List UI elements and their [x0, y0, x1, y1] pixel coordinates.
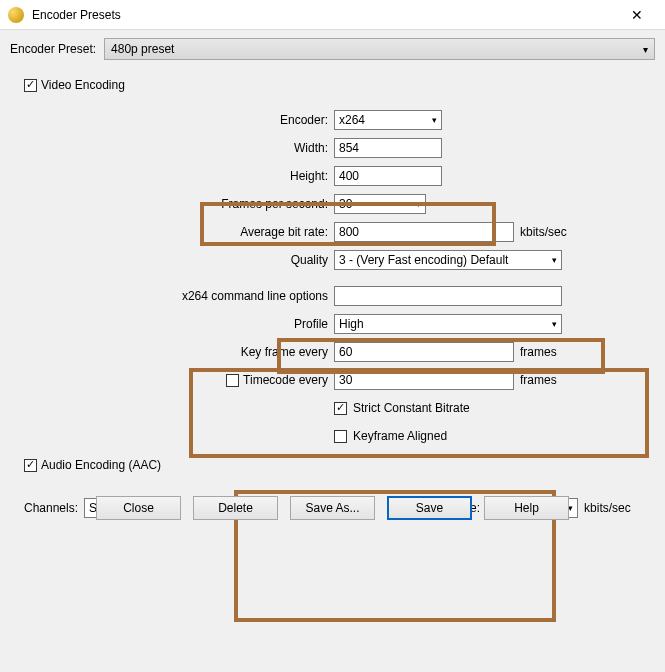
cmdline-input[interactable] — [334, 286, 562, 306]
chevron-down-icon: ▾ — [552, 255, 557, 265]
strict-bitrate-label: Strict Constant Bitrate — [353, 401, 470, 415]
button-bar: Close Delete Save As... Save Help — [0, 496, 665, 520]
width-input[interactable] — [334, 138, 442, 158]
video-encoding-checkbox[interactable] — [24, 79, 37, 92]
timecode-label-wrap: Timecode every — [24, 373, 334, 387]
titlebar: Encoder Presets ✕ — [0, 0, 665, 30]
cmdline-label: x264 command line options — [24, 289, 334, 303]
avg-bitrate-unit: kbits/sec — [520, 225, 567, 239]
keyframe-aligned-label: Keyframe Aligned — [353, 429, 447, 443]
close-icon[interactable]: ✕ — [617, 7, 657, 23]
content: Video Encoding Encoder: x264 ▾ Width: He… — [0, 68, 665, 532]
preset-row: Encoder Preset: 480p preset ▾ — [0, 30, 665, 68]
close-button[interactable]: Close — [96, 496, 181, 520]
height-label: Height: — [24, 169, 334, 183]
video-form: Encoder: x264 ▾ Width: Height: Frames pe… — [24, 106, 641, 522]
keyframe-input[interactable] — [334, 342, 514, 362]
preset-value: 480p preset — [111, 42, 174, 56]
chevron-down-icon: ▾ — [416, 199, 421, 209]
preset-select[interactable]: 480p preset ▾ — [104, 38, 655, 60]
timecode-label: Timecode every — [243, 373, 328, 387]
chevron-down-icon: ▾ — [643, 44, 648, 55]
preset-label: Encoder Preset: — [10, 42, 96, 56]
chevron-down-icon: ▾ — [552, 319, 557, 329]
chevron-down-icon: ▾ — [432, 115, 437, 125]
profile-label: Profile — [24, 317, 334, 331]
delete-button[interactable]: Delete — [193, 496, 278, 520]
keyframe-unit: frames — [520, 345, 557, 359]
audio-encoding-checkbox[interactable] — [24, 459, 37, 472]
width-label: Width: — [24, 141, 334, 155]
timecode-unit: frames — [520, 373, 557, 387]
window-title: Encoder Presets — [32, 8, 617, 22]
avg-bitrate-label: Average bit rate: — [24, 225, 334, 239]
profile-select[interactable]: High ▾ — [334, 314, 562, 334]
keyframe-label: Key frame every — [24, 345, 334, 359]
strict-bitrate-checkbox[interactable] — [334, 402, 347, 415]
fps-label: Frames per second: — [24, 197, 334, 211]
app-icon — [8, 7, 24, 23]
quality-label: Quality — [24, 253, 334, 267]
fps-select[interactable]: 30 ▾ — [334, 194, 426, 214]
save-button[interactable]: Save — [387, 496, 472, 520]
keyframe-aligned-checkbox[interactable] — [334, 430, 347, 443]
height-input[interactable] — [334, 166, 442, 186]
encoder-label: Encoder: — [24, 113, 334, 127]
video-encoding-label: Video Encoding — [41, 78, 125, 92]
avg-bitrate-input[interactable] — [334, 222, 514, 242]
audio-encoding-label: Audio Encoding (AAC) — [41, 458, 161, 472]
timecode-checkbox[interactable] — [226, 374, 239, 387]
encoder-select[interactable]: x264 ▾ — [334, 110, 442, 130]
timecode-input[interactable] — [334, 370, 514, 390]
quality-select[interactable]: 3 - (Very Fast encoding) Default ▾ — [334, 250, 562, 270]
help-button[interactable]: Help — [484, 496, 569, 520]
video-encoding-checkbox-row: Video Encoding — [24, 78, 641, 92]
save-as-button[interactable]: Save As... — [290, 496, 375, 520]
audio-encoding-checkbox-row: Audio Encoding (AAC) — [24, 458, 641, 472]
